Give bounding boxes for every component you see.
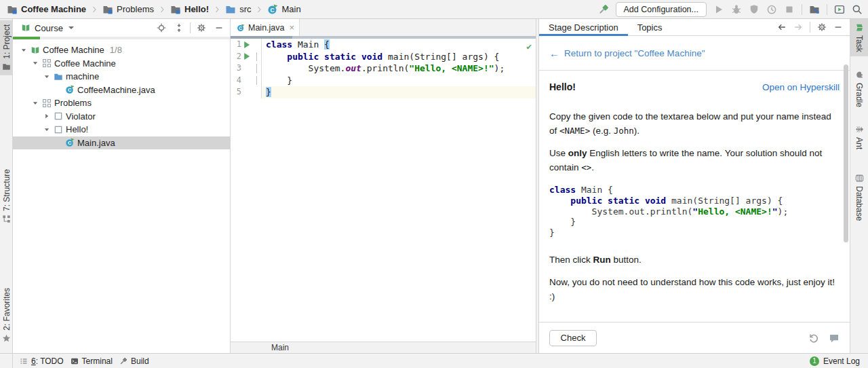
search-everywhere-icon[interactable] [852, 4, 863, 15]
run-icon[interactable] [713, 4, 724, 15]
editor-tab-main-java[interactable]: C Main.java × [231, 19, 300, 36]
sidebar-tab-task[interactable]: Task [850, 19, 868, 56]
breadcrumb-item[interactable]: Coffee Machine [5, 3, 87, 16]
folder-icon [225, 4, 236, 15]
code-text: } [262, 75, 536, 87]
run-anything-icon[interactable] [834, 4, 845, 15]
run-line-icon[interactable] [241, 39, 252, 51]
sidebar-tab-project[interactable]: 1: Project [0, 20, 13, 75]
tree-item-main-java[interactable]: CMain.java [13, 136, 230, 150]
code-line[interactable]: 1class Main { [231, 39, 536, 51]
fold-marker[interactable] [252, 62, 261, 75]
terminal-toolwindow-button[interactable]: Terminal [71, 356, 113, 366]
line-number[interactable]: 1 [231, 39, 241, 51]
toolwindow-switcher[interactable] [0, 354, 13, 368]
code-editor[interactable]: 1class Main {2 public static void main(S… [231, 39, 536, 342]
locate-file-button[interactable] [155, 21, 168, 35]
tree-item-progress: 1/8 [110, 45, 122, 55]
tree-item-machine[interactable]: machine [13, 70, 230, 84]
divider [539, 70, 850, 71]
tree-item-label: CoffeeMachine.java [77, 85, 155, 95]
gear-icon[interactable] [817, 22, 827, 32]
tab-stage-description[interactable]: Stage Description [539, 19, 628, 35]
tree-item-label: machine [66, 71, 99, 81]
close-icon[interactable]: × [290, 22, 295, 33]
breadcrumb-item[interactable]: src [224, 3, 252, 16]
sidebar-tab-database[interactable]: Database [850, 170, 868, 225]
code-line[interactable]: 3 System.out.println("Hello, <NAME>!"); [231, 62, 536, 75]
reset-task-icon[interactable] [808, 333, 819, 344]
tree-chevron-collapsed-icon[interactable] [43, 112, 51, 120]
build-project-icon[interactable] [598, 4, 609, 15]
build-toolwindow-button[interactable]: Build [119, 356, 149, 366]
breadcrumb-item[interactable]: CMain [266, 3, 302, 16]
run-with-coverage-icon[interactable] [749, 4, 760, 15]
inspection-ok-icon[interactable]: ✔ [526, 41, 532, 52]
sidebar-tab-gradle[interactable]: Gradle [850, 67, 868, 111]
add-configuration-button[interactable]: Add Configuration... [616, 2, 707, 17]
tree-item-coffeemachine-java[interactable]: CCoffeeMachine.java [13, 84, 230, 97]
debug-icon[interactable] [731, 4, 742, 15]
stop-icon[interactable] [784, 4, 795, 15]
book-icon [855, 23, 864, 32]
editor-area: C Main.java × 1class Main {2 public stat… [231, 19, 536, 353]
status-bar: 6: TODO Terminal Build 1 Event Log [0, 353, 868, 368]
line-number[interactable]: 4 [231, 75, 241, 87]
todo-toolwindow-button[interactable]: 6: TODO [20, 356, 64, 366]
project-structure-icon[interactable] [809, 4, 820, 15]
breadcrumb-item[interactable]: Hello! [169, 3, 210, 16]
hide-icon[interactable] [833, 22, 843, 32]
project-view-selector[interactable]: Course [35, 23, 63, 33]
code-line[interactable]: 2 public static void main(String[] args)… [231, 51, 536, 63]
tree-chevron-expanded-icon[interactable] [20, 46, 28, 54]
line-number[interactable]: 5 [231, 86, 241, 98]
run-line-slot [241, 75, 252, 87]
chevron-right-icon [255, 5, 263, 14]
code-line[interactable]: 4 } [231, 75, 536, 87]
sidebar-tab-ant[interactable]: Ant [850, 121, 868, 153]
tree-item-hello-[interactable]: Hello! [13, 123, 230, 136]
panel-settings-button[interactable] [195, 21, 208, 35]
tree-chevron-expanded-icon[interactable] [43, 73, 51, 81]
return-to-project-link[interactable]: ← Return to project "Coffee Machine" [549, 45, 840, 62]
check-button[interactable]: Check [549, 330, 597, 346]
course-progress-bar [13, 37, 230, 39]
tree-chevron-expanded-icon[interactable] [31, 59, 39, 67]
fold-marker [252, 86, 261, 98]
fold-marker[interactable] [252, 75, 261, 87]
tree-chevron-expanded-icon[interactable] [31, 99, 39, 107]
breadcrumb-item[interactable]: Problems [101, 3, 155, 16]
leave-comment-icon[interactable] [829, 333, 840, 344]
task-paragraph: Copy the given code to the textarea belo… [549, 109, 840, 139]
editor-tab-bar: C Main.java × [231, 19, 536, 36]
event-log-button[interactable]: 1 Event Log [810, 356, 868, 366]
scrollbar-thumb[interactable] [844, 65, 848, 242]
forward-icon[interactable] [793, 22, 803, 32]
line-number[interactable]: 2 [231, 51, 241, 63]
chevron-down-icon[interactable] [68, 26, 74, 29]
fold-marker[interactable] [252, 51, 261, 63]
tree-item-label: Problems [54, 98, 92, 108]
tree-item-violator[interactable]: Violator [13, 110, 230, 124]
sidebar-tab-structure[interactable]: 7: Structure [0, 165, 13, 227]
back-icon[interactable] [777, 22, 787, 32]
tree-item-coffee-machine[interactable]: Coffee Machine [13, 57, 230, 71]
tree-item-problems[interactable]: Problems [13, 96, 230, 110]
task-paragraph: Now, you do not need to understand how t… [549, 275, 840, 304]
tab-topics[interactable]: Topics [628, 19, 672, 35]
code-text: System.out.println("Hello, <NAME>!"); [262, 62, 536, 75]
hide-panel-button[interactable] [212, 21, 226, 35]
collapse-all-button[interactable] [172, 21, 186, 35]
line-number[interactable]: 3 [231, 62, 241, 75]
code-line[interactable]: 5} [231, 86, 536, 98]
task-panel-header: Stage Description Topics [539, 19, 850, 36]
tree-item-coffee-machine[interactable]: Coffee Machine1/8 [13, 43, 230, 57]
profiler-icon[interactable] [766, 4, 777, 15]
run-line-icon[interactable] [241, 51, 252, 63]
open-on-hyperskill-link[interactable]: Open on Hyperskill [762, 80, 840, 95]
main-toolbar: Coffee MachineProblemsHello!srcCMain Add… [0, 0, 868, 19]
sidebar-tab-favorites[interactable]: 2: Favorites [0, 284, 13, 347]
breadcrumb[interactable]: Main [271, 343, 289, 352]
tree-chevron-expanded-icon[interactable] [43, 126, 51, 134]
left-arrow-icon: ← [549, 45, 559, 62]
